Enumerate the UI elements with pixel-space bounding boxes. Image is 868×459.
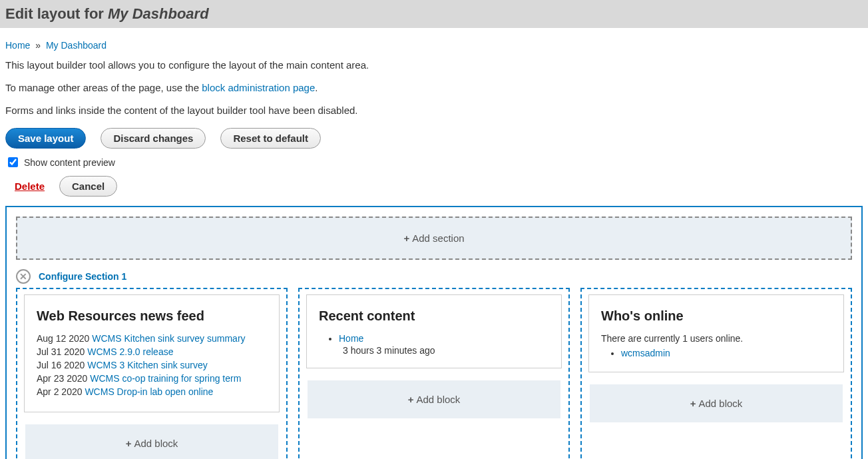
news-link[interactable]: WCMS Kitchen sink survey summary [92,333,245,344]
save-layout-button[interactable]: Save layout [5,128,86,149]
breadcrumb-separator: » [35,40,41,51]
page-title-name: My Dashboard [108,5,209,22]
page-title-prefix: Edit layout for [5,5,108,22]
region-3: Who's online There are currently 1 users… [580,288,852,459]
breadcrumb-current[interactable]: My Dashboard [46,40,107,51]
page-title: Edit layout for My Dashboard [5,5,863,23]
list-item: Jul 16 2020 WCMS 3 Kitchen sink survey [37,360,267,370]
section-1-row: Web Resources news feed Aug 12 2020 WCMS… [16,288,852,459]
close-icon: ✕ [19,272,27,281]
whos-online-title: Who's online [601,308,831,324]
region-1: Web Resources news feed Aug 12 2020 WCMS… [16,288,288,459]
add-block-label: Add block [134,438,178,449]
add-block-button[interactable]: +Add block [25,424,278,459]
online-user-link[interactable]: wcmsadmin [621,348,670,358]
intro-line2: To manage other areas of the page, use t… [5,80,863,96]
add-block-label: Add block [416,394,460,405]
whos-online-block: Who's online There are currently 1 users… [588,294,844,372]
whos-online-summary: There are currently 1 users online. [601,333,831,344]
show-preview-checkbox[interactable] [8,157,18,167]
reset-default-button[interactable]: Reset to default [220,128,321,149]
recent-content-block: Recent content Home 3 hours 3 minutes ag… [306,294,562,368]
breadcrumb: Home » My Dashboard [5,40,863,51]
page-header: Edit layout for My Dashboard [0,0,868,28]
recent-content-title: Recent content [319,308,549,324]
news-link[interactable]: WCMS 2.9.0 release [87,346,173,357]
show-preview-row: Show content preview [5,155,863,169]
list-item: Jul 31 2020 WCMS 2.9.0 release [37,346,267,357]
list-item: Home [339,333,549,344]
block-admin-link[interactable]: block administration page [202,82,315,93]
news-feed-block: Web Resources news feed Aug 12 2020 WCMS… [24,294,280,412]
add-section-button[interactable]: +Add section [16,217,852,260]
list-item: Apr 2 2020 WCMS Drop-in lab open online [37,386,267,397]
plus-icon: + [126,438,132,449]
news-link[interactable]: WCMS co-op training for spring term [90,373,241,384]
delete-link[interactable]: Delete [15,181,45,192]
add-block-label: Add block [698,398,742,409]
plus-icon: + [408,394,414,405]
news-link[interactable]: WCMS Drop-in lab open online [85,386,213,397]
news-feed-title: Web Resources news feed [37,308,267,324]
show-preview-label: Show content preview [24,157,115,168]
primary-button-row: Save layout Discard changes Reset to def… [5,128,863,149]
section-1-header: ✕ Configure Section 1 [16,269,852,284]
plus-icon: + [690,398,696,409]
remove-section-button[interactable]: ✕ [16,269,31,284]
region-2: Recent content Home 3 hours 3 minutes ag… [298,288,570,459]
secondary-action-row: Delete Cancel [5,176,863,197]
add-block-button[interactable]: +Add block [308,380,560,418]
news-link[interactable]: WCMS 3 Kitchen sink survey [87,360,208,370]
breadcrumb-home[interactable]: Home [5,40,30,51]
discard-changes-button[interactable]: Discard changes [101,128,206,149]
list-item: Apr 23 2020 WCMS co-op training for spri… [37,373,267,384]
cancel-button[interactable]: Cancel [59,176,117,197]
list-item: wcmsadmin [621,348,831,358]
layout-builder: +Add section ✕ Configure Section 1 Web R… [5,206,863,459]
add-block-button[interactable]: +Add block [590,384,843,422]
list-item: Aug 12 2020 WCMS Kitchen sink survey sum… [37,333,267,344]
intro-line1: This layout builder tool allows you to c… [5,57,863,73]
recent-item-link[interactable]: Home [339,333,363,344]
add-section-label: Add section [412,232,464,244]
plus-icon: + [403,232,409,244]
recent-item-time: 3 hours 3 minutes ago [319,345,549,356]
configure-section-link[interactable]: Configure Section 1 [39,271,126,282]
intro-line3: Forms and links inside the content of th… [5,103,863,119]
